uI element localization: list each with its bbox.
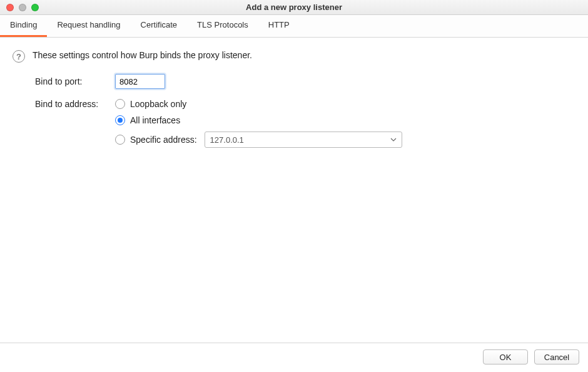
ok-button[interactable]: OK xyxy=(483,349,528,364)
tab-certificate[interactable]: Certificate xyxy=(131,15,188,37)
radio-all-interfaces-row[interactable]: All interfaces xyxy=(115,115,402,125)
radio-icon[interactable] xyxy=(115,135,125,145)
radio-icon[interactable] xyxy=(115,115,125,125)
help-icon[interactable]: ? xyxy=(13,50,25,63)
cancel-button[interactable]: Cancel xyxy=(534,349,579,364)
specific-address-select[interactable]: 127.0.0.1 xyxy=(205,132,402,148)
zoom-icon[interactable] xyxy=(31,4,39,11)
bind-port-input[interactable] xyxy=(115,74,165,89)
bind-port-label: Bind to port: xyxy=(35,76,115,86)
titlebar: Add a new proxy listener xyxy=(0,0,588,15)
chevron-down-icon xyxy=(390,137,397,143)
dialog-footer: OK Cancel xyxy=(0,343,588,372)
radio-icon[interactable] xyxy=(115,99,125,109)
select-value: 127.0.0.1 xyxy=(210,135,244,145)
close-icon[interactable] xyxy=(6,4,14,11)
radio-loopback-row[interactable]: Loopback only xyxy=(115,99,402,109)
minimize-icon xyxy=(19,4,26,11)
tab-tls-protocols[interactable]: TLS Protocols xyxy=(187,15,258,37)
tab-binding[interactable]: Binding xyxy=(0,15,47,37)
radio-loopback-label: Loopback only xyxy=(130,99,186,109)
tab-bar: Binding Request handling Certificate TLS… xyxy=(0,15,588,38)
radio-specific-row[interactable]: Specific address: 127.0.0.1 xyxy=(115,132,402,148)
tab-http[interactable]: HTTP xyxy=(258,15,300,37)
window-title: Add a new proxy listener xyxy=(0,3,588,12)
content-area: ? These settings control how Burp binds … xyxy=(0,38,588,148)
description-text: These settings control how Burp binds th… xyxy=(33,50,252,60)
window-controls xyxy=(0,4,39,11)
bind-address-label: Bind to address: xyxy=(35,99,115,109)
radio-specific-label: Specific address: xyxy=(130,135,197,145)
tab-request-handling[interactable]: Request handling xyxy=(47,15,130,37)
radio-all-label: All interfaces xyxy=(130,115,180,125)
